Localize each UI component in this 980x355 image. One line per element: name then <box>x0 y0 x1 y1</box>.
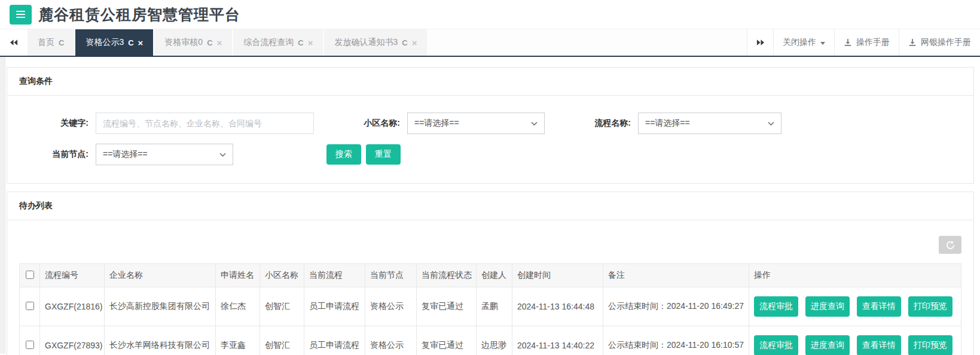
cell-node: 资格公示 <box>365 326 417 355</box>
process-approve-button[interactable]: 流程审批 <box>754 296 798 317</box>
scroll-tabs-right-button[interactable] <box>747 29 773 56</box>
table-toolbar <box>19 236 961 254</box>
progress-query-button[interactable]: 进度查询 <box>805 335 850 355</box>
refresh-icon <box>946 241 955 250</box>
todo-table: 流程编号 企业名称 申请姓名 小区名称 当前流程 当前节点 当前流程状态 创建人… <box>19 263 961 355</box>
col-actions: 操作 <box>749 264 961 287</box>
cell-status: 复审已通过 <box>417 287 477 326</box>
cell-actions: 流程审批 进度查询 查看详情 打印预览 <box>749 326 961 355</box>
search-button[interactable]: 搜索 <box>326 144 361 165</box>
cell-process-no: GXGZF(21816) <box>40 287 105 326</box>
tab-qualification-publicity[interactable]: 资格公示3 C × <box>75 29 153 56</box>
tab-bar: 首页 C 资格公示3 C × 资格审核0 C × 综合流程查询 C × 发放确认… <box>0 29 980 57</box>
cell-community: 创智汇 <box>260 287 304 326</box>
select-all-checkbox[interactable] <box>26 271 34 279</box>
app-header: 麓谷租赁公租房智慧管理平台 <box>0 0 980 29</box>
query-form: 关键字: 小区名称: ==请选择== 流程名称: ==请选择== <box>7 96 973 183</box>
operation-manual-link[interactable]: 操作手册 <box>834 29 899 56</box>
col-process-no: 流程编号 <box>40 264 105 287</box>
tabbar-right-tools: 关闭操作 操作手册 网银操作手册 <box>747 29 980 56</box>
tab-label: 综合流程查询 <box>243 37 294 48</box>
collapsed-sidebar-strip <box>0 57 5 354</box>
community-label: 小区名称: <box>331 118 407 129</box>
cell-status: 复审已通过 <box>417 326 477 355</box>
current-node-label: 当前节点: <box>19 149 96 160</box>
tab-confirmation-notice[interactable]: 发放确认通知书3 C × <box>324 29 427 56</box>
download-icon <box>844 38 852 47</box>
tab-close-icon[interactable]: × <box>138 38 144 47</box>
cell-remark: 公示结束时间：2024-11-20 16:49:27 <box>603 287 749 326</box>
todo-panel-title: 待办列表 <box>7 192 973 220</box>
double-chevron-right-icon <box>756 40 764 45</box>
tab-refresh-icon[interactable]: C <box>298 38 303 47</box>
process-name-label: 流程名称: <box>561 118 638 129</box>
row-checkbox[interactable] <box>26 302 34 310</box>
col-creator: 创建人 <box>477 264 512 287</box>
tab-close-icon[interactable]: × <box>217 38 222 47</box>
refresh-table-button[interactable] <box>939 236 961 254</box>
keyword-input[interactable] <box>96 113 314 134</box>
cell-remark: 公示结束时间：2024-11-20 16:10:57 <box>603 326 749 355</box>
table-row: GXGZF(27893) 长沙水羊网络科技有限公司 李亚鑫 创智汇 员工申请流程… <box>20 326 961 355</box>
tab-qualification-review[interactable]: 资格审核0 C × <box>154 29 232 56</box>
close-operations-dropdown[interactable]: 关闭操作 <box>773 29 834 56</box>
chevron-down-icon <box>531 122 538 126</box>
chevron-down-icon <box>768 122 774 126</box>
print-preview-button[interactable]: 打印预览 <box>908 335 952 355</box>
main-content: 查询条件 关键字: 小区名称: ==请选择== 流程名称: == <box>0 57 980 354</box>
chevron-down-icon <box>219 153 226 157</box>
col-status: 当前流程状态 <box>417 264 477 287</box>
cell-company: 长沙高新控股集团有限公司 <box>105 287 216 326</box>
query-panel-title: 查询条件 <box>7 68 973 96</box>
col-created-at: 创建时间 <box>512 264 603 287</box>
query-conditions-panel: 查询条件 关键字: 小区名称: ==请选择== 流程名称: == <box>7 67 974 184</box>
col-remark: 备注 <box>603 264 749 287</box>
cell-applicant: 徐仁杰 <box>216 287 260 326</box>
cell-created-at: 2024-11-13 14:40:22 <box>512 326 603 355</box>
cell-node: 资格公示 <box>365 287 417 326</box>
tab-close-icon[interactable]: × <box>412 38 417 47</box>
row-checkbox[interactable] <box>26 341 34 349</box>
view-details-button[interactable]: 查看详情 <box>857 335 901 355</box>
community-select[interactable]: ==请选择== <box>407 113 545 134</box>
process-approve-button[interactable]: 流程审批 <box>754 335 798 355</box>
cell-community: 创智汇 <box>260 326 304 355</box>
reset-button[interactable]: 重置 <box>366 144 401 165</box>
col-company: 企业名称 <box>105 264 216 287</box>
col-node: 当前节点 <box>365 264 417 287</box>
keyword-label: 关键字: <box>19 118 96 129</box>
tab-close-icon[interactable]: × <box>308 38 313 47</box>
tab-refresh-icon[interactable]: C <box>402 38 407 47</box>
table-header-row: 流程编号 企业名称 申请姓名 小区名称 当前流程 当前节点 当前流程状态 创建人… <box>20 264 961 287</box>
caret-down-icon <box>820 42 825 45</box>
tab-refresh-icon[interactable]: C <box>59 38 64 47</box>
hamburger-icon <box>16 11 25 12</box>
process-name-select[interactable]: ==请选择== <box>638 113 781 134</box>
cell-process: 员工申请流程 <box>304 287 365 326</box>
tab-label: 发放确认通知书3 <box>334 37 398 48</box>
scroll-tabs-left-button[interactable] <box>0 29 28 56</box>
todo-list-panel: 待办列表 流程编号 <box>7 192 974 355</box>
cell-creator: 孟鹏 <box>477 287 512 326</box>
print-preview-button[interactable]: 打印预览 <box>908 296 952 317</box>
current-node-select[interactable]: ==请选择== <box>96 144 233 165</box>
cell-created-at: 2024-11-13 16:44:48 <box>512 287 603 326</box>
tab-home[interactable]: 首页 C <box>28 29 74 56</box>
bank-manual-link[interactable]: 网银操作手册 <box>899 29 980 56</box>
tab-refresh-icon[interactable]: C <box>128 38 133 47</box>
hamburger-menu-button[interactable] <box>10 5 32 25</box>
tab-label: 资格公示3 <box>86 37 124 48</box>
page-title: 麓谷租赁公租房智慧管理平台 <box>38 5 240 25</box>
download-icon <box>908 38 917 47</box>
cell-applicant: 李亚鑫 <box>216 326 260 355</box>
tab-refresh-icon[interactable]: C <box>207 38 212 47</box>
tab-process-query[interactable]: 综合流程查询 C × <box>233 29 323 56</box>
cell-process-no: GXGZF(27893) <box>40 326 105 355</box>
progress-query-button[interactable]: 进度查询 <box>805 296 850 317</box>
double-chevron-left-icon <box>10 40 18 45</box>
view-details-button[interactable]: 查看详情 <box>857 296 901 317</box>
cell-process: 员工申请流程 <box>304 326 365 355</box>
cell-actions: 流程审批 进度查询 查看详情 打印预览 <box>749 287 961 326</box>
tab-label: 首页 <box>38 37 54 48</box>
tab-label: 资格审核0 <box>164 37 203 48</box>
